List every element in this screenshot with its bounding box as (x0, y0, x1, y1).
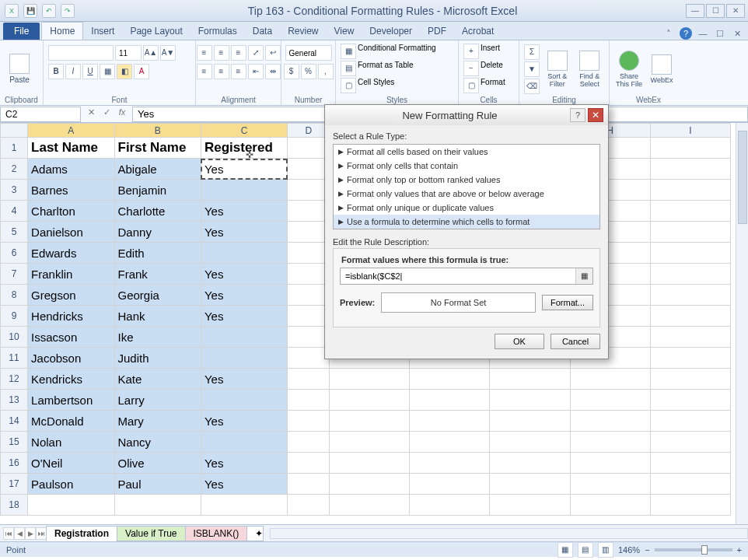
row-header[interactable]: 11 (1, 348, 28, 369)
cell[interactable]: Yes (201, 306, 287, 327)
new-sheet-button[interactable]: ✦ (246, 526, 264, 541)
row-header[interactable]: 14 (1, 411, 28, 432)
cell[interactable]: Paulson (28, 474, 114, 495)
cell[interactable]: Jacobson (28, 348, 114, 369)
cell[interactable] (288, 369, 330, 390)
merge-button[interactable]: ⇹ (265, 64, 281, 79)
range-selector-button[interactable]: ▦ (575, 268, 592, 284)
delete-cells-button[interactable]: −Delete (463, 61, 503, 76)
paste-button[interactable]: Paste (5, 46, 34, 93)
cell[interactable]: Frank (114, 264, 201, 285)
cell[interactable] (201, 432, 287, 453)
cell[interactable]: Nolan (28, 432, 114, 453)
rule-type-item[interactable]: ▶Format all cells based on their values (334, 145, 599, 159)
excel-icon[interactable]: X (5, 4, 19, 18)
font-size-input[interactable] (115, 45, 142, 61)
decrease-font-icon[interactable]: A▼ (160, 45, 176, 61)
cell[interactable]: First Name (114, 138, 201, 159)
rule-type-item[interactable]: ▶Format only unique or duplicate values (334, 201, 599, 215)
col-header-I[interactable]: I (650, 124, 730, 138)
workbook-close-icon[interactable]: ✕ (731, 27, 743, 40)
row-header[interactable]: 18 (1, 495, 28, 516)
rule-type-item[interactable]: ▶Format only values that are above or be… (334, 187, 599, 201)
cell[interactable]: Franklin (28, 264, 114, 285)
cell[interactable]: Kate (114, 369, 201, 390)
tab-nav-next[interactable]: ▶ (25, 527, 36, 540)
tab-nav-last[interactable]: ⏭ (36, 527, 47, 540)
sheet-tab-registration[interactable]: Registration (46, 526, 117, 541)
enter-formula-icon[interactable]: ✓ (100, 107, 114, 121)
cell[interactable]: Charlton (28, 201, 114, 222)
cell[interactable]: Yes (201, 285, 287, 306)
cell[interactable]: Yes (201, 222, 287, 243)
cell[interactable]: Edwards (28, 243, 114, 264)
format-as-table-button[interactable]: ▤Format as Table (341, 61, 414, 76)
help-icon[interactable]: ? (680, 27, 692, 40)
cell[interactable]: Hank (114, 306, 201, 327)
align-center-icon[interactable]: ≡ (214, 64, 229, 79)
sheet-tab-isblank[interactable]: ISBLANK() (185, 526, 248, 541)
cell[interactable]: Yes (201, 159, 287, 180)
fill-icon[interactable]: ▼ (524, 61, 540, 77)
cell[interactable]: Barnes (28, 180, 114, 201)
formula-input-field[interactable] (341, 268, 575, 284)
cell[interactable] (288, 138, 330, 159)
rule-type-item[interactable]: ▶Format only top or bottom ranked values (334, 173, 599, 187)
cell[interactable]: Benjamin (114, 180, 201, 201)
file-tab[interactable]: File (3, 23, 40, 40)
vertical-scrollbar[interactable] (736, 123, 748, 524)
minimize-ribbon-icon[interactable]: ˄ (662, 27, 675, 40)
currency-icon[interactable]: $ (284, 64, 299, 79)
row-header[interactable]: 16 (1, 453, 28, 474)
cell[interactable]: Danny (114, 222, 201, 243)
cell[interactable]: Larry (114, 390, 201, 411)
row-header[interactable]: 5 (1, 222, 28, 243)
scroll-thumb[interactable] (738, 131, 747, 224)
underline-button[interactable]: U (82, 64, 98, 79)
clear-icon[interactable]: ⌫ (524, 79, 540, 94)
wrap-text-icon[interactable]: ↩ (265, 45, 281, 61)
font-name-input[interactable] (48, 45, 114, 61)
cell[interactable] (288, 264, 330, 285)
number-format-select[interactable] (285, 45, 332, 61)
cell[interactable] (201, 327, 287, 348)
zoom-thumb[interactable] (701, 545, 708, 555)
cell[interactable] (288, 159, 330, 180)
cell[interactable] (288, 243, 330, 264)
cell[interactable]: Yes (201, 264, 287, 285)
row-header[interactable]: 17 (1, 474, 28, 495)
row-header[interactable]: 13 (1, 390, 28, 411)
cell[interactable]: Ike (114, 327, 201, 348)
cell[interactable]: Mary (114, 411, 201, 432)
rule-type-item[interactable]: ▶Format only cells that contain (334, 159, 599, 173)
dialog-help-button[interactable]: ? (570, 108, 585, 122)
cell[interactable] (288, 222, 330, 243)
zoom-out-button[interactable]: − (645, 545, 649, 555)
zoom-slider[interactable] (655, 548, 732, 551)
rule-type-list[interactable]: ▶Format all cells based on their values … (333, 144, 600, 229)
format-button[interactable]: Format... (542, 295, 593, 310)
col-header-A[interactable]: A (28, 124, 114, 138)
cell[interactable] (288, 348, 330, 369)
cell[interactable]: Hendricks (28, 306, 114, 327)
find-select-button[interactable]: Find & Select (575, 46, 605, 93)
zoom-in-button[interactable]: + (737, 545, 742, 555)
redo-icon[interactable]: ↷ (61, 4, 75, 18)
cell[interactable]: Last Name (28, 138, 114, 159)
cell[interactable]: Olive (114, 453, 201, 474)
row-header[interactable]: 8 (1, 285, 28, 306)
insert-cells-button[interactable]: +Insert (463, 44, 500, 59)
minimize-button[interactable]: — (686, 4, 704, 18)
cell[interactable]: Yes (201, 201, 287, 222)
tab-insert[interactable]: Insert (83, 23, 122, 40)
comma-icon[interactable]: , (318, 64, 334, 79)
tab-pagelayout[interactable]: Page Layout (122, 23, 190, 40)
select-all-corner[interactable] (1, 124, 28, 138)
align-bottom-icon[interactable]: ≡ (231, 45, 246, 61)
cell[interactable]: Charlotte (114, 201, 201, 222)
maximize-button[interactable]: ☐ (706, 4, 725, 18)
view-pagelayout-icon[interactable]: ▤ (578, 542, 593, 558)
cell[interactable]: Abigale (114, 159, 201, 180)
align-middle-icon[interactable]: ≡ (214, 45, 229, 61)
tab-formulas[interactable]: Formulas (190, 23, 245, 40)
